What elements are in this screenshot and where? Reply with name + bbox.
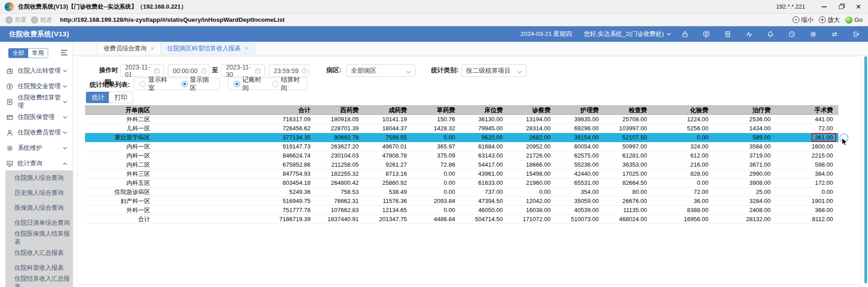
print-button[interactable]: 打印 (109, 92, 133, 103)
amount-cell: 25.00 (714, 188, 776, 197)
sidebar-item-settle[interactable]: 住院收费结算管理 (0, 94, 73, 109)
amount-cell: 2536.00 (714, 115, 776, 124)
time-from-input[interactable]: 00:00:00 (168, 64, 210, 77)
vertical-scrollbar[interactable] (864, 56, 867, 283)
tab-label: 住院病区科室结算收入报表 (167, 45, 241, 53)
zoom-out-button[interactable]: − 缩小 (793, 16, 813, 24)
ward-label: 病区: (326, 66, 341, 74)
amount-cell: 2682.00 (508, 133, 556, 142)
amount-cell: 726456.62 (156, 124, 316, 133)
ward-select[interactable]: 全部病区 (346, 64, 416, 77)
time-to-input[interactable]: 23:59:59 (269, 64, 310, 77)
bell-icon[interactable] (767, 30, 774, 38)
sidebar-item-transfer[interactable]: 住院入出转管理 (0, 63, 73, 79)
sidebar-item-maintain[interactable]: 系统维护 (0, 140, 73, 156)
amount-cell: 79945.00 (461, 124, 508, 133)
address-bar: ‹ 后退 › 前进 http://192.168.199.128/his-zys… (0, 14, 868, 26)
time-mode-radio[interactable]: 记账时间 (234, 76, 263, 92)
swap-icon[interactable] (831, 30, 838, 38)
table-row[interactable]: 内科二区675852.86211258.059261.2772.8654417.… (85, 160, 838, 169)
amount-cell: 751777.78 (156, 206, 316, 215)
receipt-icon[interactable] (724, 30, 732, 38)
restore-button[interactable] (836, 3, 846, 11)
table-row[interactable]: 内科五区803454.18264800.4225860.920.0061633.… (85, 178, 838, 188)
sidebar-subitem[interactable]: 历史病人综合查询 (5, 185, 73, 200)
amount-cell: 441.00 (776, 115, 838, 124)
segment-all-button[interactable]: 全部 (9, 49, 28, 58)
go-button[interactable]: Go (845, 16, 863, 24)
sidebar-item-insurance[interactable]: 住院医保管理 (0, 109, 73, 125)
table-row[interactable]: 内科一区846624.74230104.0347808.78375.096314… (85, 151, 838, 160)
segment-common-button[interactable]: 常用 (28, 49, 48, 58)
date-to-input[interactable]: 2023-11-30 (221, 64, 265, 77)
sidebar-item-cashier[interactable]: 住院收费员管理 (0, 125, 73, 140)
table-row[interactable]: 住院急诊病区5249.36758.53538.490.00737.000.003… (85, 188, 838, 197)
amount-cell: 50997.00 (604, 142, 652, 151)
clock-icon[interactable] (788, 30, 796, 38)
sidebar-subitem[interactable]: 住院病人综合查询 (5, 170, 73, 185)
sidebar-subitem[interactable]: 住院收入汇总报表 (5, 245, 73, 260)
menu-collapse-icon[interactable] (60, 49, 68, 56)
pos-terminal-icon[interactable] (702, 30, 710, 38)
ward-name-cell: 儿科一区 (85, 124, 156, 133)
close-button[interactable]: ✕ (853, 3, 863, 11)
amount-cell: 504714.50 (461, 215, 508, 224)
sidebar-subitem[interactable]: 住院科室收入报表 (5, 260, 73, 275)
amount-cell: 919147.73 (156, 142, 316, 151)
tab-close-icon[interactable]: × (151, 45, 154, 52)
table-row[interactable]: 外科二区716317.09180918.0510141.19150.763613… (85, 115, 838, 124)
amount-cell: 1428.32 (412, 124, 461, 133)
zoom-in-button[interactable]: + 放大 (819, 16, 840, 24)
amount-cell: 42440.00 (556, 169, 604, 178)
sidebar-subitem[interactable]: 住院日清单综合查询 (5, 215, 73, 230)
tab-close-icon[interactable]: × (245, 45, 248, 52)
stat-button[interactable]: 统计 (86, 92, 110, 103)
column-header: 草药费 (412, 106, 461, 115)
lock-icon[interactable] (681, 30, 689, 38)
chevron-down-icon (406, 68, 411, 73)
table-row[interactable]: 儿科一区726456.62228701.3918044.371428.32799… (85, 124, 838, 133)
forward-button[interactable]: › 前进 (31, 16, 52, 24)
table-row[interactable]: 外科一区751777.78107662.8312134.650.0046050.… (85, 206, 838, 215)
income-report-table: 开单病区合计西药费成药费草药费床位费诊察费护理费检查费化验费治疗费手术费外科二区… (85, 105, 838, 224)
back-button[interactable]: ‹ 后退 (5, 16, 26, 24)
stat-type-select[interactable]: 按二级核算项目 (461, 64, 527, 77)
amount-cell: 9261.27 (364, 160, 412, 169)
time-mode-radio[interactable]: 结算时间 (272, 76, 302, 92)
clock-icon (201, 68, 207, 74)
table-row[interactable]: 妇产科一区516949.7576662.3111576.362093.84473… (85, 197, 838, 206)
amount-cell: 3568.00 (714, 142, 776, 151)
tab-2[interactable]: 住院病区科室结算收入报表× (161, 42, 255, 55)
sidebar-subitem[interactable]: 医保病人综合查询 (5, 200, 73, 215)
activity-icon[interactable] (745, 30, 753, 38)
table-row[interactable]: 合计7186719.391837440.91201347.754486.8450… (85, 215, 838, 224)
report-panel: 操作时 间 2023-11-01 00:00:00 至 2023-11-30 (77, 56, 861, 285)
maintain-icon (6, 144, 14, 152)
user-menu[interactable]: 您好,实达系统_2(门诊收费处) (584, 30, 671, 38)
table-row[interactable]: 重症医学病区377134.3590692.787598.550.009620.0… (85, 133, 838, 142)
chevron-down-icon (63, 85, 67, 88)
url-text[interactable]: http://192.168.199.128/his-zysf/app/#/st… (60, 16, 285, 23)
op-time-label-wrapped-char: 间 (105, 78, 111, 87)
amount-cell: 468024.00 (604, 215, 652, 224)
sidebar-item-statis[interactable]: 统计查询 (0, 156, 73, 171)
display-mode-radio[interactable]: 显示科室 (140, 76, 172, 92)
table-row[interactable]: 外科三区847754.93182255.328713.160.0043961.0… (85, 169, 838, 178)
date-from-input[interactable]: 2023-11-01 (120, 64, 164, 77)
sidebar-subitem[interactable]: 住院医保病人结算报表 (5, 230, 73, 245)
amount-cell: 15498.00 (508, 169, 556, 178)
column-header: 治疗费 (714, 106, 776, 115)
amount-cell: 8388.00 (652, 206, 714, 215)
column-header: 护理费 (556, 106, 604, 115)
sidebar-subitem[interactable]: 住院结算收入汇总报表 (5, 275, 73, 287)
minimize-button[interactable] (819, 3, 829, 11)
sidebar-item-prepay[interactable]: 住院预交金管理 (0, 79, 73, 94)
logout-icon[interactable] (852, 30, 860, 38)
settle-icon (6, 98, 14, 106)
gear-icon[interactable] (809, 30, 817, 38)
ward-name-cell: 内科一区 (85, 151, 156, 160)
display-mode-radio[interactable]: 显示病区 (181, 76, 214, 92)
table-row[interactable]: 内科一区919147.73263627.2049670.01365.976168… (85, 142, 838, 151)
amount-cell: 0.00 (652, 178, 714, 188)
tab-1[interactable]: 收费员综合查询× (97, 42, 161, 55)
